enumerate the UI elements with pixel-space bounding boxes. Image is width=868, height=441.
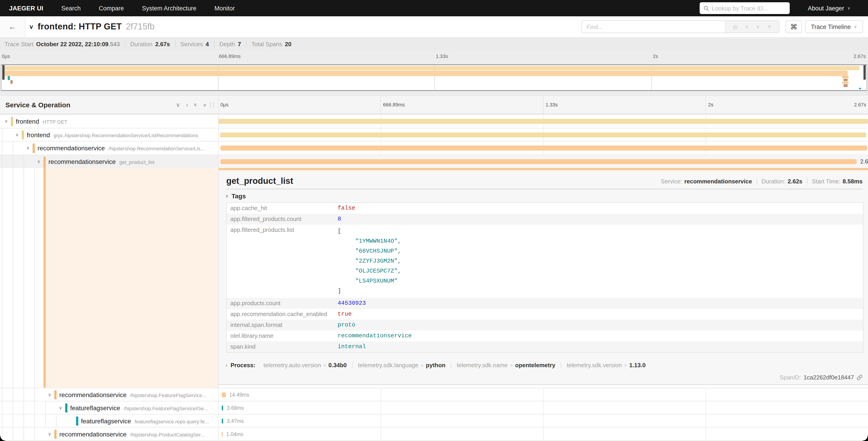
chevron-down-icon[interactable]: ∨ (59, 405, 62, 410)
tag-row[interactable]: app.products.count44530923 (227, 298, 863, 309)
about-jaeger-menu[interactable]: About Jaeger ∨ (808, 0, 850, 16)
process-tag: telemetry.sdk.name=opentelemetry (452, 362, 561, 368)
span-name-cell[interactable]: ∨recommendationservice/hipstershop.Produ… (0, 428, 218, 440)
chevron-up-icon[interactable]: ∧ (745, 24, 749, 30)
span-row[interactable]: ∨recommendationserviceget_product_list2.… (0, 154, 868, 168)
span-name-cell[interactable]: ∨frontendgrpc.hipstershop.Recommendation… (0, 128, 218, 141)
span-row[interactable]: ∨frontendHTTP GET (0, 114, 868, 128)
span-row[interactable]: ∨recommendationservice/hipstershop.Featu… (0, 388, 868, 401)
nav-item-system-architecture[interactable]: System Architecture (142, 5, 196, 11)
nav-item-search[interactable]: Search (61, 5, 81, 11)
chevron-down-icon[interactable]: ∨ (16, 132, 19, 137)
tag-row[interactable]: app.filtered_products.list[ "1YMWWN1N4O"… (227, 225, 863, 298)
span-name-cell[interactable]: ∨recommendationservice/hipstershop.Recom… (0, 142, 218, 154)
app-logo[interactable]: JAEGER UI (9, 4, 43, 12)
tag-row[interactable]: internal.span.formatproto (227, 320, 863, 330)
tag-value: internal (338, 342, 863, 352)
timeline-tick-cell: 666.89ms (380, 95, 543, 114)
span-duration-label: 3.47ms (227, 418, 244, 423)
trace-header-bar: ← ∨ frontend: HTTP GET 2f715fb Find... ◎… (0, 16, 868, 37)
indent-guide (13, 388, 13, 401)
find-box[interactable]: Find... ◎ ∧ ∨ ✕ (582, 20, 779, 33)
indent-guide (2, 155, 2, 168)
tag-row[interactable]: app.filtered_products.count8 (227, 214, 863, 225)
minimap-tick-label: 0μs (2, 53, 10, 59)
span-timeline-cell[interactable]: 3.68ms (218, 402, 868, 414)
find-input[interactable]: Find... (582, 21, 725, 33)
span-timeline-cell[interactable] (218, 115, 868, 128)
chevron-down-icon: ∨ (854, 25, 857, 29)
span-name-cell[interactable]: ∨recommendationservice/hipstershop.Featu… (0, 388, 218, 401)
nav-item-compare[interactable]: Compare (99, 5, 124, 11)
span-duration-bar[interactable] (222, 392, 226, 397)
span-timeline-cell[interactable] (218, 128, 868, 141)
span-duration-bar[interactable] (220, 159, 857, 164)
link-icon[interactable] (857, 375, 863, 380)
service-color-bar (76, 416, 78, 425)
chevron-down-icon[interactable]: ∨ (26, 145, 30, 150)
span-timeline-cell[interactable]: 14.49ms (218, 388, 868, 401)
service-operation-header: Service & Operation (5, 101, 70, 109)
span-duration-bar[interactable] (222, 432, 223, 437)
span-duration-bar[interactable] (220, 146, 867, 151)
column-resize-handle[interactable] (210, 102, 214, 108)
span-name-cell[interactable]: ∨recommendationserviceget_product_list (0, 155, 218, 168)
double-chevron-down-icon[interactable]: » (192, 103, 199, 106)
chevron-down-icon[interactable]: ∨ (37, 159, 40, 164)
span-timeline-cell[interactable]: 3.47ms (218, 415, 868, 427)
minimap-right-scrubber[interactable] (864, 65, 866, 80)
span-name-cell[interactable]: featureflagservicefeatureflagservice.rep… (0, 415, 218, 427)
span-detail-top-bar (218, 168, 868, 170)
clear-icon[interactable]: ✕ (767, 24, 772, 30)
trace-view-selector[interactable]: Trace Timeline ∨ (805, 20, 863, 33)
span-name-cell[interactable]: ∨featureflagservice/hipstershop.FeatureF… (0, 402, 218, 414)
minimap-left-scrubber[interactable] (2, 65, 4, 80)
span-timeline-cell[interactable]: 1.04ms (218, 428, 868, 440)
chevron-right-icon[interactable]: › (186, 101, 188, 108)
minimap-canvas[interactable] (1, 64, 867, 91)
chevron-down-icon[interactable]: ∨ (4, 119, 8, 124)
span-timeline-cell[interactable]: 2.62s (218, 155, 868, 168)
timeline-tick-label: 2.67s (854, 102, 866, 107)
trace-id-search-input[interactable]: Lookup by Trace ID... (700, 2, 790, 14)
span-operation-name: /hipstershop.FeatureFlagService... (130, 392, 206, 398)
span-service: recommendationservice (684, 178, 752, 184)
chevron-down-icon[interactable]: ∨ (756, 24, 760, 30)
info-value: 20 (285, 40, 291, 47)
span-name-cell[interactable]: ∨frontendHTTP GET (0, 115, 218, 128)
span-duration-bar[interactable] (218, 119, 868, 124)
span-row[interactable]: featureflagservicefeatureflagservice.rep… (0, 414, 868, 427)
span-duration-bar[interactable] (222, 405, 223, 410)
tag-row[interactable]: app.recommendation.cache_enabledtrue (227, 309, 863, 320)
span-row[interactable]: ∨recommendationservice/hipstershop.Produ… (0, 427, 868, 440)
span-row[interactable]: ∨recommendationservice/hipstershop.Recom… (0, 141, 868, 154)
span-duration-bar[interactable] (220, 132, 866, 137)
span-row[interactable] (0, 440, 868, 441)
column-divider[interactable] (218, 95, 219, 441)
tag-key: app.filtered_products.count (227, 214, 338, 224)
collapse-trace-chevron-icon[interactable]: ∨ (29, 24, 34, 30)
locate-icon[interactable]: ◎ (733, 23, 738, 30)
trace-title: frontend: HTTP GET (38, 22, 122, 32)
span-row[interactable]: ∨frontendgrpc.hipstershop.Recommendation… (0, 128, 868, 141)
minimap-tick-label: 2.67s (854, 53, 866, 59)
span-duration-bar[interactable] (222, 418, 223, 423)
tags-section-toggle[interactable]: ∨ Tags (225, 193, 246, 200)
chevron-down-icon[interactable]: ∨ (48, 431, 51, 436)
tag-row[interactable]: span.kindinternal (227, 342, 863, 352)
span-timeline-cell[interactable] (218, 142, 868, 154)
back-button[interactable]: ← (0, 16, 25, 37)
screen-corner (0, 436, 5, 441)
info-label: Trace Start (4, 40, 33, 47)
tag-row[interactable]: app.cache_hitfalse (227, 203, 863, 214)
chevron-down-icon[interactable]: ∨ (48, 392, 51, 397)
span-row[interactable]: ∨featureflagservice/hipstershop.FeatureF… (0, 401, 868, 414)
span-detail-panel: get_product_list Service: recommendation… (218, 168, 868, 385)
span-service-name: featureflagservicefeatureflagservice.rep… (81, 417, 209, 424)
chevron-down-icon[interactable]: ∨ (176, 101, 180, 108)
nav-item-monitor[interactable]: Monitor (215, 5, 235, 11)
tag-row[interactable]: otel.library.namerecommendationservice (227, 330, 863, 342)
double-chevron-right-icon[interactable]: » (203, 101, 206, 108)
process-section-toggle[interactable]: › Process: telemetry.auto.version=0.34b0… (225, 362, 651, 369)
keyboard-shortcuts-button[interactable]: ⌘ (786, 20, 802, 33)
